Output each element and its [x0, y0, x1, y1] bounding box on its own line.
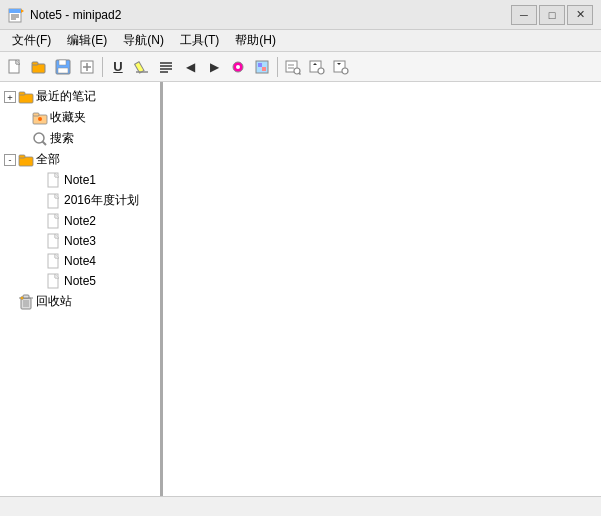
search-next-button[interactable] [330, 56, 352, 78]
separator-1 [102, 57, 103, 77]
tree-item-search[interactable]: 搜索 [0, 128, 160, 149]
svg-rect-37 [19, 92, 25, 95]
favorites-icon [32, 110, 48, 126]
tree-item-favorites[interactable]: 收藏夹 [0, 107, 160, 128]
note4-icon [46, 253, 62, 269]
left-panel: + 最近的笔记 收藏夹 [0, 82, 163, 496]
unknown-btn1[interactable] [76, 56, 98, 78]
svg-rect-44 [19, 155, 25, 158]
open-button[interactable] [28, 56, 50, 78]
expand-all[interactable]: - [4, 154, 16, 166]
note3-icon [46, 233, 62, 249]
menu-nav[interactable]: 导航(N) [115, 30, 172, 51]
search-label: 搜索 [50, 130, 74, 147]
note5-icon [46, 273, 62, 289]
menu-help[interactable]: 帮助(H) [227, 30, 284, 51]
all-label: 全部 [36, 151, 60, 168]
toolbar: U ◀ ▶ [0, 52, 601, 82]
highlight-button[interactable] [131, 56, 153, 78]
tree-item-note3[interactable]: Note3 [0, 231, 160, 251]
note5-label: Note5 [64, 274, 96, 288]
recent-label: 最近的笔记 [36, 88, 96, 105]
svg-line-42 [43, 141, 47, 145]
minimize-button[interactable]: ─ [511, 5, 537, 25]
svg-rect-9 [32, 62, 38, 65]
svg-rect-26 [262, 67, 266, 71]
color-button[interactable] [227, 56, 249, 78]
svg-point-63 [21, 296, 24, 299]
left-arrow-button[interactable]: ◀ [179, 56, 201, 78]
svg-point-40 [38, 117, 42, 121]
svg-point-33 [318, 68, 324, 74]
format-btn[interactable] [155, 56, 177, 78]
note2-icon [46, 213, 62, 229]
title-bar: Note5 - minipad2 ─ □ ✕ [0, 0, 601, 30]
note1-label: Note1 [64, 173, 96, 187]
window-controls: ─ □ ✕ [511, 5, 593, 25]
note1-icon [46, 172, 62, 188]
svg-rect-25 [258, 63, 262, 67]
note3-label: Note3 [64, 234, 96, 248]
all-folder-icon [18, 152, 34, 168]
maximize-button[interactable]: □ [539, 5, 565, 25]
cut-button[interactable]: U [107, 56, 129, 78]
menu-bar: 文件(F) 编辑(E) 导航(N) 工具(T) 帮助(H) [0, 30, 601, 52]
svg-rect-12 [58, 68, 68, 73]
style-button[interactable] [251, 56, 273, 78]
app-icon [8, 7, 24, 23]
tree-item-note5[interactable]: Note5 [0, 271, 160, 291]
menu-tools[interactable]: 工具(T) [172, 30, 227, 51]
svg-rect-59 [23, 295, 29, 298]
tree-item-recent[interactable]: + 最近的笔记 [0, 86, 160, 107]
separator-2 [277, 57, 278, 77]
main-area: + 最近的笔记 收藏夹 [0, 82, 601, 496]
tree-item-note2[interactable]: Note2 [0, 211, 160, 231]
close-button[interactable]: ✕ [567, 5, 593, 25]
svg-rect-1 [9, 9, 21, 13]
svg-line-31 [299, 73, 300, 74]
svg-marker-5 [21, 9, 24, 13]
tree-item-all[interactable]: - 全部 [0, 149, 160, 170]
favorites-label: 收藏夹 [50, 109, 86, 126]
right-panel[interactable] [163, 82, 601, 496]
menu-file[interactable]: 文件(F) [4, 30, 59, 51]
window-title: Note5 - minipad2 [30, 8, 121, 22]
tree-item-note1[interactable]: Note1 [0, 170, 160, 190]
note2016-icon [46, 193, 62, 209]
svg-point-23 [236, 65, 240, 69]
search-icon [32, 131, 48, 147]
status-bar [0, 496, 601, 516]
editor[interactable] [163, 82, 601, 496]
tree-item-trash[interactable]: 回收站 [0, 291, 160, 312]
tree-item-note4[interactable]: Note4 [0, 251, 160, 271]
find-button[interactable] [282, 56, 304, 78]
svg-point-35 [342, 68, 348, 74]
note2-label: Note2 [64, 214, 96, 228]
note2016-label: 2016年度计划 [64, 192, 139, 209]
trash-label: 回收站 [36, 293, 72, 310]
expand-recent[interactable]: + [4, 91, 16, 103]
save-button[interactable] [52, 56, 74, 78]
right-arrow-button[interactable]: ▶ [203, 56, 225, 78]
new-button[interactable] [4, 56, 26, 78]
tree-item-note2016[interactable]: 2016年度计划 [0, 190, 160, 211]
svg-rect-11 [59, 60, 66, 65]
recent-folder-icon [18, 89, 34, 105]
search-prev-button[interactable] [306, 56, 328, 78]
menu-edit[interactable]: 编辑(E) [59, 30, 115, 51]
svg-rect-39 [33, 113, 39, 116]
note4-label: Note4 [64, 254, 96, 268]
trash-icon [18, 294, 34, 310]
